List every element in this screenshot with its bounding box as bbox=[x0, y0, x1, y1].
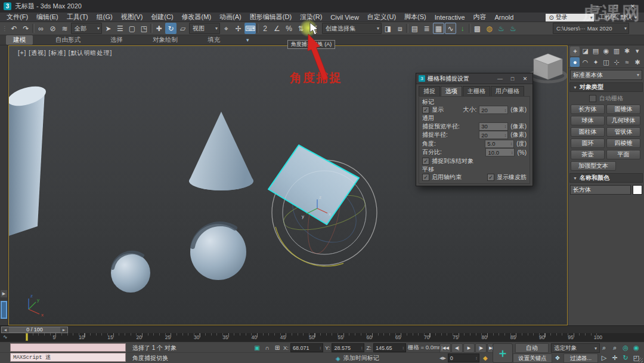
percent-snap-icon[interactable]: % bbox=[283, 23, 295, 34]
ribbon-toggle-icon[interactable]: ▦ bbox=[433, 23, 444, 34]
menu-item[interactable]: 图形编辑器(D) bbox=[246, 13, 296, 21]
tab-modify-icon[interactable]: ◪ bbox=[580, 47, 590, 56]
cat-helpers-icon[interactable]: ⊹ bbox=[612, 57, 621, 67]
schematic-view-icon[interactable]: ↓ bbox=[457, 23, 468, 34]
use-pivot-center-icon[interactable]: ⌖ bbox=[221, 23, 232, 34]
current-frame-marker[interactable] bbox=[26, 333, 28, 341]
maxscript-mini-listener[interactable] bbox=[10, 343, 126, 352]
object-type-button[interactable]: 管状体 bbox=[606, 127, 640, 137]
select-and-move-icon[interactable]: ✚ bbox=[153, 23, 165, 34]
mini-curve-editor-button[interactable]: ∿ bbox=[3, 334, 8, 340]
display-checkbox[interactable]: ✓ bbox=[422, 106, 429, 113]
pan-icon[interactable]: ✛ bbox=[609, 353, 620, 363]
cat-cameras-icon[interactable]: ◫ bbox=[601, 57, 611, 67]
panel-config-icon[interactable]: ▾ bbox=[633, 47, 642, 56]
play-icon[interactable]: ▶ bbox=[463, 343, 475, 353]
select-and-scale-icon[interactable]: ▱ bbox=[177, 23, 188, 34]
tab-motion-icon[interactable]: ◉ bbox=[601, 47, 611, 56]
track-bar[interactable]: ∿ 51015202530354045505560657075808590951… bbox=[0, 333, 644, 342]
object-type-button[interactable]: 加强型文本 bbox=[571, 161, 616, 171]
frame-step-arrows[interactable]: ◀▶ bbox=[439, 356, 446, 361]
cat-systems-icon[interactable]: ✱ bbox=[633, 57, 642, 67]
cat-lights-icon[interactable]: ✦ bbox=[591, 57, 600, 67]
window-crossing-icon[interactable]: ◳ bbox=[138, 23, 150, 34]
orbit-icon[interactable]: ↻ bbox=[620, 353, 631, 363]
zoom-extents-icon[interactable]: ◎ bbox=[620, 343, 631, 353]
resize-grip[interactable] bbox=[638, 358, 643, 362]
primitive-category-dropdown[interactable]: 标准基本体 ▾ bbox=[570, 70, 642, 80]
rubber-band-checkbox[interactable]: ✓ bbox=[487, 174, 494, 181]
zoom-extents-all-icon[interactable]: ◉ bbox=[631, 343, 642, 353]
angle-field[interactable]: 5.0↕ bbox=[485, 140, 514, 148]
unlink-selection-icon[interactable]: ⊘ bbox=[47, 23, 58, 34]
edit-named-selections-icon[interactable]: { bbox=[310, 23, 321, 34]
select-by-name-icon[interactable]: ☰ bbox=[114, 23, 126, 34]
field-of-view-icon[interactable]: ▷ bbox=[599, 353, 609, 363]
curve-editor-icon[interactable]: ∿ bbox=[445, 23, 456, 34]
menu-item[interactable]: 创建(C) bbox=[147, 13, 177, 21]
previous-frame-arrow[interactable]: ◄ bbox=[2, 327, 9, 333]
dialog-tab-user-grids[interactable]: 用户栅格 bbox=[491, 86, 524, 96]
key-filter-dropdown[interactable]: 选定对象 ▾ bbox=[551, 343, 600, 353]
tab-hierarchy-icon[interactable]: ▤ bbox=[591, 47, 600, 56]
sphere-small[interactable] bbox=[111, 253, 150, 293]
scene-explorer-icon[interactable]: ≣ bbox=[421, 23, 432, 34]
menu-item[interactable]: 编辑(E) bbox=[32, 13, 63, 21]
dialog-tab-options[interactable]: 选项 bbox=[441, 86, 462, 96]
bind-to-space-warp-icon[interactable]: ≋ bbox=[59, 23, 70, 34]
rectangular-selection-icon[interactable]: ▢ bbox=[126, 23, 138, 34]
isolate-selection-icon[interactable]: ▣ bbox=[253, 344, 261, 352]
select-and-rotate-icon[interactable]: ↻ bbox=[165, 23, 177, 34]
object-type-button[interactable]: 几何球体 bbox=[606, 116, 640, 125]
tab-create-icon[interactable]: ＋ bbox=[570, 47, 580, 56]
time-slider-handle[interactable]: ◄ 0 / 100 ► bbox=[1, 327, 68, 333]
dialog-close-button[interactable]: ✕ bbox=[520, 76, 530, 82]
layout-flyout-button[interactable]: ▶ bbox=[1, 290, 7, 297]
x-coordinate-field[interactable]: 68.071↕ bbox=[290, 343, 323, 352]
workspace-dropdown[interactable]: 工作区: 默认 ▾ bbox=[599, 13, 637, 21]
material-editor-icon[interactable]: ◍ bbox=[484, 23, 495, 34]
selection-lock-icon[interactable]: ∩ bbox=[263, 344, 271, 352]
object-type-button[interactable]: 圆环 bbox=[571, 139, 605, 148]
add-time-tag[interactable]: ◈ 添加时间标记 bbox=[336, 354, 379, 362]
dialog-tab-home-grid[interactable]: 主栅格 bbox=[463, 86, 490, 96]
object-type-button[interactable]: 四棱锥 bbox=[606, 139, 640, 148]
menu-item[interactable]: 视图(V) bbox=[117, 13, 147, 21]
menu-item[interactable]: 自定义(U) bbox=[363, 13, 400, 21]
select-and-manipulate-icon[interactable]: ✢ bbox=[233, 23, 244, 34]
spinner-snap-icon[interactable]: ⇅ bbox=[295, 23, 306, 34]
snap-preview-radius-field[interactable]: 30↕ bbox=[479, 122, 508, 131]
cone-object[interactable] bbox=[189, 112, 253, 190]
cylinder-object[interactable] bbox=[9, 82, 48, 236]
next-frame-icon[interactable]: |▶ bbox=[475, 343, 487, 353]
viewport-label[interactable]: [+] [透视] [标准] [默认明暗处理] bbox=[18, 49, 112, 57]
y-coordinate-field[interactable]: 28.575↕ bbox=[332, 343, 364, 352]
tab-utilities-icon[interactable]: ✱ bbox=[622, 47, 631, 56]
sign-in-button[interactable]: ⊙ 登录 ▾ bbox=[546, 14, 594, 21]
menu-item[interactable]: 动画(A) bbox=[215, 13, 246, 21]
object-type-button[interactable]: 茶壶 bbox=[571, 150, 605, 159]
object-type-button[interactable]: 圆柱体 bbox=[571, 127, 605, 137]
undo-icon[interactable]: ↶ bbox=[8, 23, 20, 34]
object-color-swatch[interactable] bbox=[633, 185, 642, 195]
select-object-icon[interactable]: ➤ bbox=[103, 23, 114, 34]
zoom-all-icon[interactable]: ⌕ bbox=[609, 343, 620, 353]
ribbon-minimize-icon[interactable]: ▾ bbox=[246, 37, 249, 43]
ribbon-tab-object-paint[interactable]: 对象绘制 bbox=[145, 35, 185, 45]
selection-filter-dropdown[interactable]: 全部 bbox=[71, 23, 102, 34]
maxscript-listener-line[interactable]: MAXScript 迷 bbox=[10, 353, 126, 362]
filters-button[interactable]: 过滤器... bbox=[564, 353, 598, 363]
redo-icon[interactable]: ↷ bbox=[20, 23, 32, 34]
select-and-link-icon[interactable]: ∞ bbox=[35, 23, 47, 34]
keyboard-override-icon[interactable]: ⌨ bbox=[244, 23, 256, 34]
time-slider-track[interactable]: ◄ 0 / 100 ► bbox=[0, 325, 644, 333]
toolbar-handle[interactable]: ⋮ bbox=[2, 23, 8, 34]
maximize-button[interactable]: □ bbox=[608, 1, 624, 11]
zoom-icon[interactable]: ⌕ bbox=[599, 343, 609, 353]
dialog-title-bar[interactable]: 3 栅格和捕捉设置 — □ ✕ bbox=[416, 73, 532, 84]
auto-key-button[interactable]: 自动 bbox=[515, 343, 549, 353]
tab-display-icon[interactable]: ▥ bbox=[612, 47, 621, 56]
menu-item[interactable]: 渲染(R) bbox=[296, 13, 326, 21]
menu-item[interactable]: 内容 bbox=[469, 13, 491, 21]
menu-item[interactable]: 工具(T) bbox=[63, 13, 92, 21]
